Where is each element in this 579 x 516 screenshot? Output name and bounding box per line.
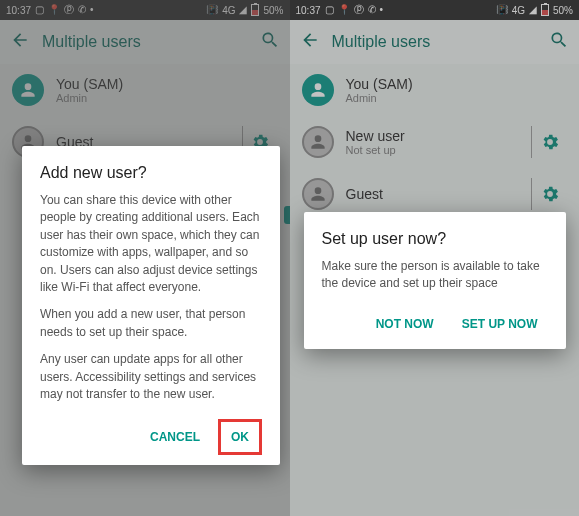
set-up-now-button[interactable]: SET UP NOW (452, 309, 548, 339)
setup-user-dialog: Set up user now? Make sure the person is… (304, 212, 566, 349)
screen-left: 10:37 ▢ 📍 ⓟ ✆ • 📳 4G ◢ 50% Multiple user… (0, 0, 290, 516)
page-title: Multiple users (332, 33, 538, 51)
cancel-button[interactable]: CANCEL (140, 419, 210, 455)
dialog-body: Make sure the person is available to tak… (322, 258, 548, 303)
vibrate-icon: 📳 (206, 5, 218, 15)
back-icon[interactable] (10, 30, 30, 54)
user-settings-button[interactable] (531, 178, 567, 210)
status-bar: 10:37 ▢ 📍 ⓟ ✆ • 📳 4G ◢ 50% (290, 0, 580, 20)
signal-icon: ◢ (239, 5, 247, 15)
user-name: New user (346, 128, 520, 144)
not-now-button[interactable]: NOT NOW (366, 309, 444, 339)
avatar (302, 126, 334, 158)
user-name: You (SAM) (56, 76, 278, 92)
avatar (12, 74, 44, 106)
page-title: Multiple users (42, 33, 248, 51)
avatar (302, 178, 334, 210)
status-bar: 10:37 ▢ 📍 ⓟ ✆ • 📳 4G ◢ 50% (0, 0, 290, 20)
app-bar: Multiple users (0, 20, 290, 64)
app-bar: Multiple users (290, 20, 580, 64)
whatsapp-icon: ✆ (78, 5, 86, 15)
whatsapp-icon: ✆ (368, 5, 376, 15)
user-row-new[interactable]: New user Not set up (290, 116, 580, 168)
user-name: You (SAM) (346, 76, 568, 92)
dialog-body: You can share this device with other peo… (40, 192, 262, 413)
add-user-dialog: Add new user? You can share this device … (22, 146, 280, 465)
status-net: 4G (222, 5, 235, 16)
image-icon: ▢ (325, 5, 334, 15)
user-row-you[interactable]: You (SAM) Admin (290, 64, 580, 116)
pinterest-icon: ⓟ (354, 5, 364, 15)
user-settings-button[interactable] (531, 126, 567, 158)
status-time: 10:37 (296, 5, 321, 16)
screen-right: 10:37 ▢ 📍 ⓟ ✆ • 📳 4G ◢ 50% Multiple user… (290, 0, 580, 516)
dialog-title: Set up user now? (322, 230, 548, 248)
battery-icon (541, 4, 549, 16)
battery-icon (251, 4, 259, 16)
status-battery: 50% (263, 5, 283, 16)
user-sub: Not set up (346, 144, 520, 156)
back-icon[interactable] (300, 30, 320, 54)
pinterest-icon: ⓟ (64, 5, 74, 15)
ok-button[interactable]: OK (218, 419, 262, 455)
more-icon: • (380, 5, 384, 15)
user-sub: Admin (56, 92, 278, 104)
user-sub: Admin (346, 92, 568, 104)
search-icon[interactable] (549, 30, 569, 54)
status-battery: 50% (553, 5, 573, 16)
user-name: Guest (346, 186, 520, 202)
status-time: 10:37 (6, 5, 31, 16)
pin-icon: 📍 (338, 5, 350, 15)
user-row-you[interactable]: You (SAM) Admin (0, 64, 290, 116)
image-icon: ▢ (35, 5, 44, 15)
signal-icon: ◢ (529, 5, 537, 15)
more-icon: • (90, 5, 94, 15)
status-net: 4G (512, 5, 525, 16)
search-icon[interactable] (260, 30, 280, 54)
pin-icon: 📍 (48, 5, 60, 15)
dialog-title: Add new user? (40, 164, 262, 182)
avatar (302, 74, 334, 106)
vibrate-icon: 📳 (496, 5, 508, 15)
